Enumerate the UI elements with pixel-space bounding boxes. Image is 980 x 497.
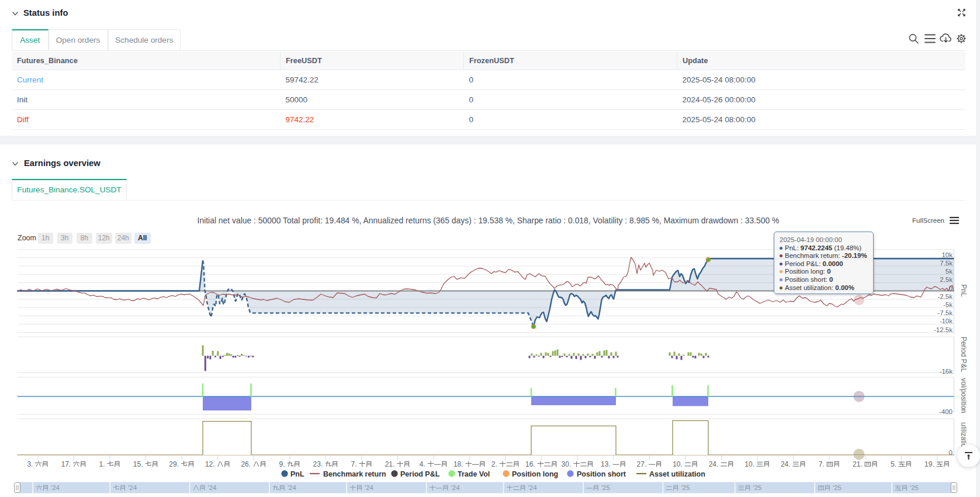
svg-text:Asset utilization: Asset utilization <box>649 470 705 478</box>
svg-text:'24: '24 <box>451 484 460 491</box>
svg-text:10.: 10. <box>744 460 754 468</box>
svg-text:23.: 23. <box>313 460 323 468</box>
svg-text:PnL: PnL <box>290 470 304 478</box>
svg-text:'24: '24 <box>288 484 297 491</box>
svg-text:'24: '24 <box>208 484 217 491</box>
svg-text:7.5k: 7.5k <box>940 260 953 267</box>
svg-text:7.: 7. <box>819 460 825 468</box>
svg-text:PnL: PnL <box>960 284 968 297</box>
svg-text:'25: '25 <box>753 484 762 491</box>
svg-text:9.: 9. <box>279 460 285 468</box>
svg-text:Trade Vol: Trade Vol <box>458 470 490 478</box>
svg-text:19.: 19. <box>924 460 934 468</box>
svg-text:10.: 10. <box>673 460 683 468</box>
svg-text:-5k: -5k <box>943 301 953 308</box>
svg-text:0: 0 <box>949 285 953 292</box>
svg-text:-16k: -16k <box>940 368 953 375</box>
svg-text:27.: 27. <box>637 460 647 468</box>
svg-text:'24: '24 <box>51 484 60 491</box>
svg-text:2.5k: 2.5k <box>940 276 953 283</box>
svg-text:'25: '25 <box>681 484 690 491</box>
svg-text:'25: '25 <box>601 484 610 491</box>
svg-text:-7.5k: -7.5k <box>937 309 953 316</box>
svg-text:'24: '24 <box>365 484 374 491</box>
svg-text:24.: 24. <box>709 460 719 468</box>
svg-text:15.: 15. <box>133 460 143 468</box>
svg-text:'24: '24 <box>128 484 137 491</box>
svg-text:Position short: Position short <box>577 470 626 478</box>
svg-text:29.: 29. <box>169 460 179 468</box>
svg-text:21.: 21. <box>853 460 863 468</box>
svg-text:-10k: -10k <box>940 317 953 325</box>
svg-text:'25: '25 <box>910 484 919 491</box>
svg-text:5k: 5k <box>946 268 953 275</box>
svg-text:0: 0 <box>949 449 953 456</box>
svg-text:18.: 18. <box>453 460 463 468</box>
svg-text:Position long: Position long <box>512 470 558 478</box>
svg-text:5.: 5. <box>891 460 896 468</box>
svg-text:-12.5k: -12.5k <box>934 326 953 333</box>
svg-text:'24: '24 <box>528 484 538 491</box>
svg-text:3.: 3. <box>27 460 33 468</box>
svg-text:-2.5k: -2.5k <box>937 293 953 300</box>
svg-text:13.: 13. <box>601 460 611 468</box>
svg-text:Period P&L: Period P&L <box>400 470 440 478</box>
svg-text:Benchmark return: Benchmark return <box>323 470 386 478</box>
svg-text:30.: 30. <box>562 460 572 468</box>
svg-text:'25: '25 <box>833 484 842 491</box>
svg-text:7.: 7. <box>351 460 357 468</box>
svg-text:21.: 21. <box>385 460 395 468</box>
svg-text:24.: 24. <box>781 460 791 468</box>
svg-text:2.: 2. <box>491 460 497 468</box>
svg-text:1.: 1. <box>99 460 105 468</box>
svg-text:4.: 4. <box>420 460 425 468</box>
svg-text:10k: 10k <box>941 251 953 258</box>
svg-text:Period P&L: Period P&L <box>960 337 968 372</box>
svg-text:16.: 16. <box>525 460 535 468</box>
svg-text:26.: 26. <box>241 460 251 468</box>
svg-text:12.: 12. <box>205 460 215 468</box>
svg-text:vol/position: vol/position <box>960 378 968 413</box>
svg-text:-400: -400 <box>939 408 953 415</box>
svg-text:17.: 17. <box>61 460 71 468</box>
